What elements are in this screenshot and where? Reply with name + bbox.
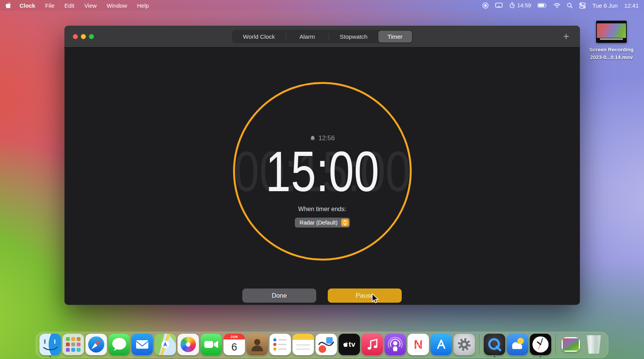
add-timer-button[interactable]: + [561, 31, 572, 42]
dock-quicktime-icon[interactable] [484, 334, 505, 355]
dock-picture-file-icon[interactable] [560, 334, 582, 355]
dock-mail-icon[interactable] [131, 334, 153, 355]
dock-news-icon[interactable]: N [407, 334, 429, 355]
running-indicator [540, 356, 541, 357]
when-timer-ends-label: When timer ends: [298, 206, 346, 213]
menu-help[interactable]: Help [137, 2, 149, 9]
minimize-button[interactable] [81, 34, 86, 39]
dock-divider [555, 334, 556, 354]
running-indicator [494, 356, 495, 357]
desktop-file-screen-recording[interactable]: Screen Recording 2023-0...0.14.mov [588, 21, 634, 61]
dock-weather-icon[interactable] [507, 334, 528, 355]
dock-app-store-icon[interactable] [430, 334, 452, 355]
menu-view[interactable]: View [84, 2, 97, 9]
close-button[interactable] [73, 34, 78, 39]
timer-status-item[interactable]: 14:59 [509, 2, 531, 8]
tab-stopwatch[interactable]: Stopwatch [329, 31, 378, 43]
window-titlebar: World Clock Alarm Stopwatch Timer + [64, 26, 580, 48]
news-logo: N [414, 338, 422, 352]
wifi-icon[interactable] [554, 3, 560, 8]
menu-bar: Clock File Edit View Window Help 14:59 [0, 0, 644, 11]
tab-segmented-control: World Clock Alarm Stopwatch Timer [232, 30, 413, 43]
dock-clock-icon[interactable] [530, 334, 551, 355]
zoom-button[interactable] [89, 34, 94, 39]
appletv-label: tv [349, 340, 356, 349]
dock-photos-icon[interactable] [177, 334, 199, 355]
calendar-day: 6 [231, 339, 237, 355]
tab-world-clock[interactable]: World Clock [233, 31, 286, 43]
dock-apple-tv-icon[interactable]: tv [338, 334, 360, 355]
stopwatch-icon [509, 2, 515, 8]
tab-alarm[interactable]: Alarm [286, 31, 329, 43]
dock-music-icon[interactable] [361, 334, 383, 355]
timer-display: 00:15:00 15:00 [234, 143, 411, 200]
dock-system-settings-icon[interactable] [453, 334, 475, 355]
dock-trash-icon[interactable] [583, 334, 605, 355]
menubar-time[interactable]: 12:41 [624, 2, 639, 9]
dock-notes-icon[interactable] [292, 334, 314, 355]
video-thumbnail [596, 21, 627, 43]
desktop-wallpaper: Clock File Edit View Window Help 14:59 [0, 0, 644, 359]
dock-facetime-icon[interactable] [200, 334, 222, 355]
apple-menu-icon[interactable] [5, 2, 11, 9]
dock: JUN 6 tv N [36, 332, 608, 358]
apple-logo-icon [343, 341, 348, 348]
dock-finder-icon[interactable] [39, 334, 61, 355]
menu-file[interactable]: File [45, 2, 54, 9]
dock-messages-icon[interactable] [108, 334, 130, 355]
calendar-month: JUN [223, 334, 245, 339]
dropdown-chevrons-icon [341, 219, 349, 226]
dock-calendar-icon[interactable]: JUN 6 [223, 334, 245, 355]
tab-timer[interactable]: Timer [378, 31, 412, 43]
menubar-date[interactable]: Tue 6 Jun [592, 2, 618, 9]
mouse-cursor [371, 293, 380, 305]
clock-app-window: World Clock Alarm Stopwatch Timer + 12:5… [64, 26, 580, 305]
battery-icon[interactable] [537, 3, 547, 8]
dock-podcasts-icon[interactable] [384, 334, 406, 355]
timer-sound-value: Radar (Default) [299, 220, 337, 226]
pause-button[interactable]: Pause [328, 289, 402, 303]
traffic-lights [73, 34, 94, 39]
dock-contacts-icon[interactable] [246, 334, 268, 355]
timer-pane: 12:56 00:15:00 15:00 When timer ends: Ra… [64, 48, 580, 305]
timer-remaining-digits: 15:00 [265, 143, 379, 200]
menu-window[interactable]: Window [107, 2, 127, 9]
timer-sound-dropdown[interactable]: Radar (Default) [294, 218, 350, 228]
desktop-file-label: Screen Recording 2023-0...0.14.mov [588, 46, 634, 61]
dock-safari-icon[interactable] [85, 334, 107, 355]
menu-clock[interactable]: Clock [20, 2, 35, 9]
running-indicator [49, 356, 51, 357]
menu-edit[interactable]: Edit [64, 2, 74, 9]
screen-recording-stop-icon[interactable] [482, 2, 489, 9]
dock-reminders-icon[interactable] [269, 334, 291, 355]
dock-launchpad-icon[interactable] [62, 334, 84, 355]
timer-status-text: 14:59 [517, 2, 531, 8]
spotlight-search-icon[interactable] [567, 3, 573, 8]
dock-maps-icon[interactable] [154, 334, 176, 355]
control-center-icon[interactable] [579, 2, 586, 9]
timer-buttons-row: Done Pause [64, 289, 580, 303]
dock-freeform-icon[interactable] [315, 334, 337, 355]
done-button[interactable]: Done [242, 289, 316, 303]
dock-divider [479, 334, 480, 354]
screen-mirroring-icon[interactable] [495, 3, 503, 8]
